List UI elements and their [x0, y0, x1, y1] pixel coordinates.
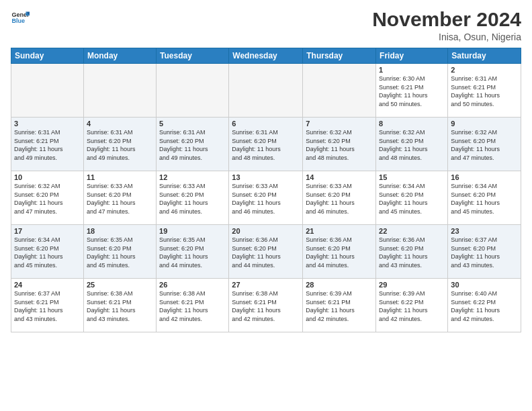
day-info: Sunrise: 6:31 AMSunset: 6:21 PMDaylight:… — [451, 75, 518, 108]
day-number: 3 — [14, 120, 81, 128]
table-cell: 10Sunrise: 6:32 AMSunset: 6:20 PMDayligh… — [11, 171, 84, 225]
day-number: 13 — [232, 173, 300, 181]
table-cell: 1Sunrise: 6:30 AMSunset: 6:21 PMDaylight… — [376, 64, 448, 118]
calendar-page: General Blue November 2024 Inisa, Osun, … — [0, 0, 532, 411]
day-number: 10 — [14, 173, 81, 181]
calendar-week-5: 24Sunrise: 6:37 AMSunset: 6:21 PMDayligh… — [11, 279, 521, 332]
table-cell: 6Sunrise: 6:31 AMSunset: 6:20 PMDaylight… — [229, 118, 303, 171]
table-cell — [11, 64, 84, 118]
table-cell: 20Sunrise: 6:36 AMSunset: 6:20 PMDayligh… — [229, 225, 303, 279]
svg-text:Blue: Blue — [11, 17, 25, 24]
title-block: November 2024 Inisa, Osun, Nigeria — [372, 8, 521, 42]
col-monday: Monday — [83, 48, 156, 64]
day-info: Sunrise: 6:36 AMSunset: 6:20 PMDaylight:… — [232, 236, 300, 269]
day-info: Sunrise: 6:38 AMSunset: 6:21 PMDaylight:… — [232, 289, 300, 323]
day-info: Sunrise: 6:35 AMSunset: 6:20 PMDaylight:… — [159, 236, 226, 269]
day-number: 22 — [379, 227, 445, 235]
table-cell: 5Sunrise: 6:31 AMSunset: 6:20 PMDaylight… — [157, 118, 229, 171]
calendar-week-3: 10Sunrise: 6:32 AMSunset: 6:20 PMDayligh… — [11, 171, 521, 225]
col-wednesday: Wednesday — [229, 48, 303, 64]
day-number: 12 — [159, 173, 226, 181]
month-title: November 2024 — [372, 8, 521, 30]
calendar-week-2: 3Sunrise: 6:31 AMSunset: 6:21 PMDaylight… — [11, 118, 521, 171]
day-info: Sunrise: 6:30 AMSunset: 6:21 PMDaylight:… — [379, 75, 445, 108]
table-cell: 23Sunrise: 6:37 AMSunset: 6:20 PMDayligh… — [448, 225, 521, 279]
day-number: 4 — [87, 120, 153, 128]
day-info: Sunrise: 6:34 AMSunset: 6:20 PMDaylight:… — [451, 182, 518, 216]
day-number: 7 — [306, 120, 373, 128]
day-number: 6 — [232, 120, 300, 128]
day-info: Sunrise: 6:31 AMSunset: 6:20 PMDaylight:… — [232, 128, 300, 162]
day-info: Sunrise: 6:35 AMSunset: 6:20 PMDaylight:… — [87, 236, 153, 269]
day-number: 21 — [306, 227, 373, 235]
table-cell: 12Sunrise: 6:33 AMSunset: 6:20 PMDayligh… — [157, 171, 229, 225]
day-info: Sunrise: 6:34 AMSunset: 6:20 PMDaylight:… — [379, 182, 445, 216]
logo: General Blue — [11, 8, 30, 27]
table-cell: 25Sunrise: 6:38 AMSunset: 6:21 PMDayligh… — [83, 279, 156, 332]
day-info: Sunrise: 6:40 AMSunset: 6:22 PMDaylight:… — [451, 289, 518, 323]
col-thursday: Thursday — [303, 48, 376, 64]
day-info: Sunrise: 6:31 AMSunset: 6:20 PMDaylight:… — [87, 128, 153, 162]
table-cell: 4Sunrise: 6:31 AMSunset: 6:20 PMDaylight… — [83, 118, 156, 171]
table-cell: 28Sunrise: 6:39 AMSunset: 6:21 PMDayligh… — [303, 279, 376, 332]
col-friday: Friday — [376, 48, 448, 64]
day-number: 30 — [451, 281, 518, 289]
day-info: Sunrise: 6:36 AMSunset: 6:20 PMDaylight:… — [306, 236, 373, 269]
day-info: Sunrise: 6:37 AMSunset: 6:21 PMDaylight:… — [14, 289, 81, 323]
day-number: 9 — [451, 120, 518, 128]
table-cell: 24Sunrise: 6:37 AMSunset: 6:21 PMDayligh… — [11, 279, 84, 332]
table-cell: 18Sunrise: 6:35 AMSunset: 6:20 PMDayligh… — [83, 225, 156, 279]
table-cell: 22Sunrise: 6:36 AMSunset: 6:20 PMDayligh… — [376, 225, 448, 279]
day-info: Sunrise: 6:37 AMSunset: 6:20 PMDaylight:… — [451, 236, 518, 269]
day-number: 15 — [379, 173, 445, 181]
day-info: Sunrise: 6:32 AMSunset: 6:20 PMDaylight:… — [379, 128, 445, 162]
table-cell: 3Sunrise: 6:31 AMSunset: 6:21 PMDaylight… — [11, 118, 84, 171]
table-cell: 15Sunrise: 6:34 AMSunset: 6:20 PMDayligh… — [376, 171, 448, 225]
page-header: General Blue November 2024 Inisa, Osun, … — [11, 8, 521, 42]
calendar-header-row: Sunday Monday Tuesday Wednesday Thursday… — [11, 48, 521, 64]
day-number: 5 — [159, 120, 226, 128]
day-info: Sunrise: 6:31 AMSunset: 6:21 PMDaylight:… — [14, 128, 81, 162]
day-info: Sunrise: 6:33 AMSunset: 6:20 PMDaylight:… — [159, 182, 226, 216]
day-number: 1 — [379, 66, 445, 74]
col-tuesday: Tuesday — [157, 48, 229, 64]
table-cell: 16Sunrise: 6:34 AMSunset: 6:20 PMDayligh… — [448, 171, 521, 225]
day-number: 24 — [14, 281, 81, 289]
table-cell: 11Sunrise: 6:33 AMSunset: 6:20 PMDayligh… — [83, 171, 156, 225]
day-info: Sunrise: 6:33 AMSunset: 6:20 PMDaylight:… — [306, 182, 373, 216]
day-info: Sunrise: 6:32 AMSunset: 6:20 PMDaylight:… — [14, 182, 81, 216]
day-number: 29 — [379, 281, 445, 289]
calendar-table: Sunday Monday Tuesday Wednesday Thursday… — [11, 48, 521, 332]
table-cell: 17Sunrise: 6:34 AMSunset: 6:20 PMDayligh… — [11, 225, 84, 279]
calendar-week-1: 1Sunrise: 6:30 AMSunset: 6:21 PMDaylight… — [11, 64, 521, 118]
table-cell — [157, 64, 229, 118]
table-cell — [229, 64, 303, 118]
day-number: 20 — [232, 227, 300, 235]
day-number: 16 — [451, 173, 518, 181]
day-number: 25 — [87, 281, 153, 289]
day-info: Sunrise: 6:33 AMSunset: 6:20 PMDaylight:… — [87, 182, 153, 216]
day-info: Sunrise: 6:39 AMSunset: 6:21 PMDaylight:… — [306, 289, 373, 323]
table-cell: 2Sunrise: 6:31 AMSunset: 6:21 PMDaylight… — [448, 64, 521, 118]
day-number: 14 — [306, 173, 373, 181]
table-cell: 7Sunrise: 6:32 AMSunset: 6:20 PMDaylight… — [303, 118, 376, 171]
day-number: 19 — [159, 227, 226, 235]
table-cell: 27Sunrise: 6:38 AMSunset: 6:21 PMDayligh… — [229, 279, 303, 332]
day-number: 23 — [451, 227, 518, 235]
table-cell: 14Sunrise: 6:33 AMSunset: 6:20 PMDayligh… — [303, 171, 376, 225]
day-info: Sunrise: 6:32 AMSunset: 6:20 PMDaylight:… — [306, 128, 373, 162]
day-number: 28 — [306, 281, 373, 289]
table-cell: 19Sunrise: 6:35 AMSunset: 6:20 PMDayligh… — [157, 225, 229, 279]
day-info: Sunrise: 6:31 AMSunset: 6:20 PMDaylight:… — [159, 128, 226, 162]
day-info: Sunrise: 6:36 AMSunset: 6:20 PMDaylight:… — [379, 236, 445, 269]
day-info: Sunrise: 6:38 AMSunset: 6:21 PMDaylight:… — [87, 289, 153, 323]
day-info: Sunrise: 6:39 AMSunset: 6:22 PMDaylight:… — [379, 289, 445, 323]
day-info: Sunrise: 6:33 AMSunset: 6:20 PMDaylight:… — [232, 182, 300, 216]
location-title: Inisa, Osun, Nigeria — [372, 32, 521, 42]
table-cell: 26Sunrise: 6:38 AMSunset: 6:21 PMDayligh… — [157, 279, 229, 332]
calendar-week-4: 17Sunrise: 6:34 AMSunset: 6:20 PMDayligh… — [11, 225, 521, 279]
table-cell: 8Sunrise: 6:32 AMSunset: 6:20 PMDaylight… — [376, 118, 448, 171]
day-number: 27 — [232, 281, 300, 289]
table-cell — [83, 64, 156, 118]
col-sunday: Sunday — [11, 48, 84, 64]
